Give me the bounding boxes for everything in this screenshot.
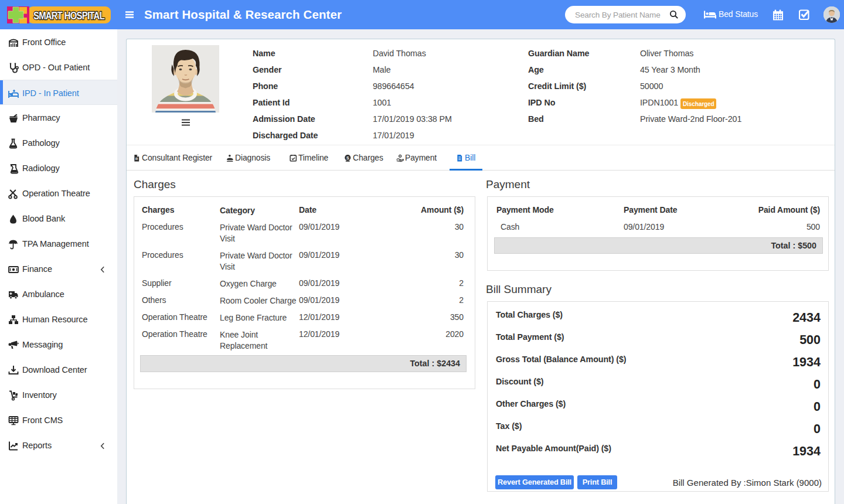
svg-text:SMART HOSPITAL: SMART HOSPITAL xyxy=(33,10,105,22)
svg-text:S: S xyxy=(346,156,349,160)
